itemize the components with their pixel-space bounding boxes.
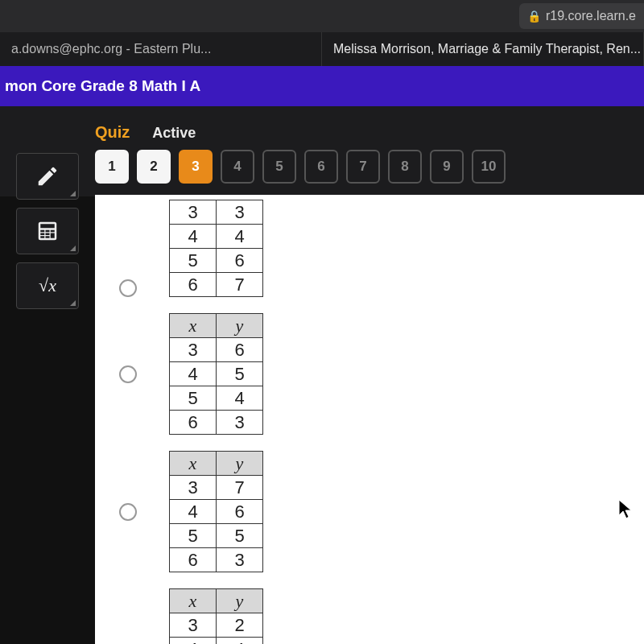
browser-tab-1[interactable]: a.downs@ephc.org - Eastern Plu... [0,32,322,66]
radio-b[interactable] [119,365,137,383]
course-header: mon Core Grade 8 Math I A [0,66,644,106]
table-row: 56 [170,249,263,273]
table-row: 33 [170,200,263,225]
table-row: 37 [170,476,263,500]
answer-option-a[interactable]: 33 44 56 67 [95,195,644,305]
quiz-header: Quiz Active 1 2 3 4 5 6 7 8 9 10 [0,106,644,196]
calculator-tool[interactable] [16,208,79,254]
radio-a[interactable] [119,279,137,297]
question-nav-3[interactable]: 3 [179,150,213,184]
table-a: 33 44 56 67 [169,200,263,297]
table-row: 45 [170,362,263,386]
question-nav-10[interactable]: 10 [472,150,506,184]
table-d: xy 32 44 [169,588,263,644]
table-row: 32 [170,613,263,638]
table-row: 55 [170,524,263,548]
calculator-icon [35,219,60,243]
question-nav-2[interactable]: 2 [137,150,171,184]
question-nav-8[interactable]: 8 [388,150,422,184]
table-row: 44 [170,225,263,249]
url-text: r19.core.learn.e [546,9,636,23]
answer-option-b[interactable]: xy 36 45 54 63 [95,305,644,443]
table-row: 63 [170,548,263,572]
pencil-tool[interactable] [16,153,79,200]
browser-tab-2[interactable]: Melissa Morrison, Marriage & Family Ther… [322,32,644,66]
table-c: xy 37 46 55 63 [169,451,263,572]
pencil-icon [35,164,60,188]
table-header: xy [170,314,263,338]
question-content: 33 44 56 67 xy 36 45 54 63 xy 37 46 55 [95,195,644,644]
question-nav-6[interactable]: 6 [304,150,338,184]
table-header: xy [170,452,263,476]
sqrt-icon: √x [39,275,56,296]
question-nav: 1 2 3 4 5 6 7 8 9 10 [95,142,644,196]
table-row: 46 [170,500,263,524]
table-row: 54 [170,386,263,411]
answer-option-d[interactable]: xy 32 44 [95,580,644,644]
quiz-label: Quiz [95,123,130,142]
answer-option-c[interactable]: xy 37 46 55 63 [95,443,644,580]
question-nav-4[interactable]: 4 [221,150,254,184]
tool-column: √x [16,153,79,309]
table-header: xy [170,589,263,613]
browser-tabs: a.downs@ephc.org - Eastern Plu... Meliss… [0,32,644,66]
table-b: xy 36 45 54 63 [169,313,263,435]
question-nav-1[interactable]: 1 [95,150,129,184]
table-row: 44 [170,638,263,645]
course-title: mon Core Grade 8 Math I A [5,77,200,95]
formula-tool[interactable]: √x [16,262,79,309]
browser-address-bar: 🔒 r19.core.learn.e [0,0,644,32]
question-nav-7[interactable]: 7 [346,150,380,184]
question-nav-5[interactable]: 5 [262,150,296,184]
radio-c[interactable] [119,503,137,521]
url-display[interactable]: 🔒 r19.core.learn.e [519,3,644,29]
question-nav-9[interactable]: 9 [430,150,464,184]
table-row: 63 [170,411,263,435]
table-row: 67 [170,273,263,297]
table-row: 36 [170,338,263,362]
quiz-active-label: Active [152,125,196,142]
lock-icon: 🔒 [527,10,541,23]
